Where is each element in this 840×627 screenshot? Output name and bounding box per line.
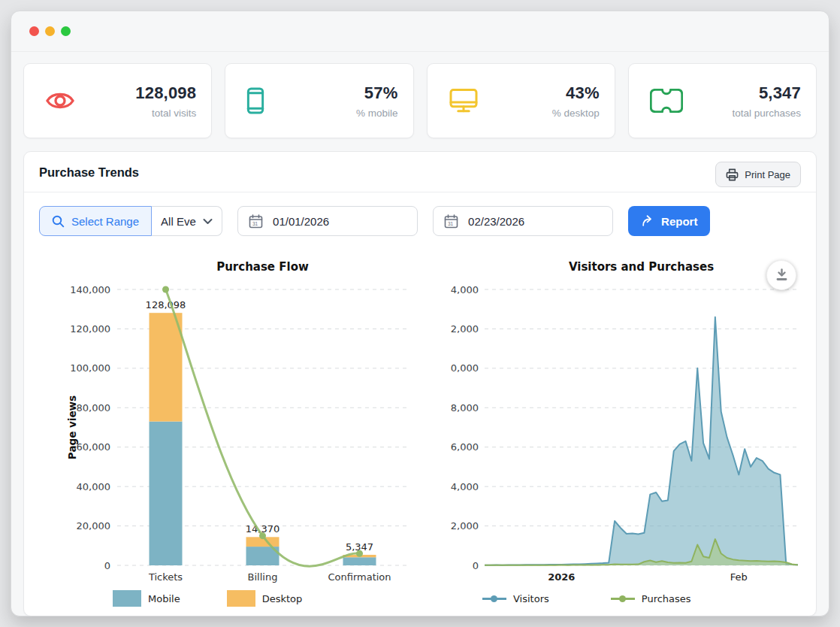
bar-total-label: 128,098: [146, 299, 186, 310]
stat-value: 5,347: [732, 83, 801, 103]
calendar-icon: 31: [444, 214, 458, 229]
filter-row: Select Range All Events: [24, 192, 816, 249]
svg-text:31: 31: [448, 221, 454, 226]
visitors-purchases-svg: 02,0004,0006,0008,00010,00012,00014,000V…: [451, 255, 819, 586]
download-icon: [775, 268, 788, 282]
legend-label: Mobile: [148, 593, 180, 604]
bar-segment-desktop: [150, 313, 183, 421]
legend-item[interactable]: Visitors: [482, 593, 549, 604]
print-page-label: Print Page: [745, 169, 790, 180]
legend-label: Visitors: [513, 593, 549, 604]
y-tick-label: 120,000: [70, 323, 110, 335]
y-tick-label: 14,000: [451, 284, 479, 295]
x-category-label: Confirmation: [328, 571, 391, 583]
y-tick-label: 100,000: [70, 362, 110, 374]
y-tick-label: 10,000: [451, 362, 479, 374]
share-arrow-icon: [641, 214, 654, 228]
download-chart-button[interactable]: [766, 260, 796, 290]
chart-title: Purchase Flow: [216, 260, 309, 274]
calendar-icon: 31: [249, 214, 263, 229]
y-tick-label: 80,000: [77, 402, 111, 413]
charts-row: 020,00040,00060,00080,000100,000120,0001…: [24, 249, 816, 616]
purchase-flow-legend: MobileDesktop: [35, 589, 440, 608]
legend-swatch: [113, 590, 141, 607]
titlebar: [11, 11, 829, 52]
x-tick-label: Feb: [730, 571, 748, 583]
y-tick-label: 0: [473, 560, 479, 571]
stat-card-desktop: 43% % desktop: [427, 63, 615, 138]
legend-line-marker: [482, 595, 506, 602]
stat-card-mobile: 57% % mobile: [225, 63, 413, 138]
select-range-label: Select Range: [71, 215, 139, 228]
event-filter-dropdown[interactable]: All Events: [152, 206, 222, 236]
eye-icon: [45, 89, 75, 112]
x-category-label: Tickets: [148, 571, 183, 583]
purchase-flow-svg: 020,00040,00060,00080,000100,000120,0001…: [35, 255, 440, 586]
y-tick-label: 8,000: [451, 402, 479, 413]
search-icon: [52, 215, 65, 228]
bar-segment-mobile: [150, 422, 183, 565]
printer-icon: [726, 168, 739, 181]
y-tick-label: 40,000: [77, 481, 111, 492]
purchase-flow-chart: 020,00040,00060,00080,000100,000120,0001…: [35, 255, 440, 608]
close-button[interactable]: [29, 26, 39, 36]
purchase-trends-panel: Purchase Trends Print Page: [23, 151, 817, 616]
legend-swatch: [227, 590, 255, 607]
legend-item[interactable]: Desktop: [227, 590, 303, 607]
stat-label: total visits: [135, 108, 196, 119]
overlay-line-marker: [356, 550, 363, 557]
end-date-field[interactable]: 31: [433, 206, 613, 236]
stat-label: % desktop: [552, 108, 600, 119]
desktop-icon: [449, 88, 479, 114]
visitors-purchases-legend: VisitorsPurchases: [451, 589, 819, 608]
legend-line-marker: [611, 595, 635, 602]
chart-title: Visitors and Purchases: [569, 260, 714, 274]
legend-item[interactable]: Mobile: [113, 590, 180, 607]
y-tick-label: 4,000: [451, 481, 479, 492]
bar-segment-mobile: [343, 557, 376, 565]
y-tick-label: 12,000: [451, 323, 479, 335]
zoom-button[interactable]: [61, 26, 71, 36]
report-label: Report: [661, 215, 697, 228]
end-date-input[interactable]: [467, 214, 582, 229]
select-range-button[interactable]: Select Range: [39, 206, 152, 236]
y-tick-label: 6,000: [451, 441, 479, 453]
x-tick-label: 2026: [548, 571, 575, 583]
stat-label: total purchases: [732, 108, 801, 119]
visitors-purchases-chart: 02,0004,0006,0008,00010,00012,00014,000V…: [451, 255, 819, 608]
x-category-label: Billing: [248, 571, 278, 583]
ticket-icon: [650, 89, 683, 113]
mobile-icon: [246, 87, 264, 114]
stat-card-total-visits: 128,098 total visits: [23, 63, 212, 138]
range-filter-group: Select Range All Events: [39, 206, 222, 236]
print-page-button[interactable]: Print Page: [715, 162, 801, 187]
stat-value: 57%: [356, 83, 398, 103]
report-button[interactable]: Report: [628, 206, 710, 236]
area-visitors: [485, 317, 798, 565]
overlay-line-marker: [259, 532, 266, 539]
stat-card-total-purchases: 5,347 total purchases: [628, 63, 817, 138]
y-tick-label: 140,000: [70, 284, 110, 295]
start-date-field[interactable]: 31: [237, 206, 418, 236]
y-tick-label: 20,000: [77, 520, 111, 532]
stat-value: 128,098: [135, 83, 196, 103]
stat-value: 43%: [552, 83, 600, 103]
stat-label: % mobile: [356, 108, 398, 119]
event-filter-value: All Events: [161, 215, 196, 228]
panel-header: Purchase Trends Print Page: [24, 152, 816, 192]
start-date-input[interactable]: [271, 214, 387, 229]
overlay-line-marker: [162, 286, 169, 293]
y-tick-label: 60,000: [77, 441, 111, 453]
minimize-button[interactable]: [45, 26, 55, 36]
svg-text:31: 31: [252, 221, 258, 226]
panel-title: Purchase Trends: [39, 165, 139, 179]
stats-row: 128,098 total visits 57% % mobile: [11, 52, 829, 151]
y-tick-label: 0: [104, 560, 110, 571]
y-tick-label: 2,000: [451, 520, 479, 532]
app-window: 128,098 total visits 57% % mobile: [11, 11, 829, 616]
legend-label: Purchases: [642, 593, 691, 604]
legend-item[interactable]: Purchases: [611, 593, 691, 604]
legend-label: Desktop: [262, 593, 303, 604]
y-axis-title: Page views: [66, 395, 78, 459]
chevron-down-icon: [203, 218, 213, 225]
